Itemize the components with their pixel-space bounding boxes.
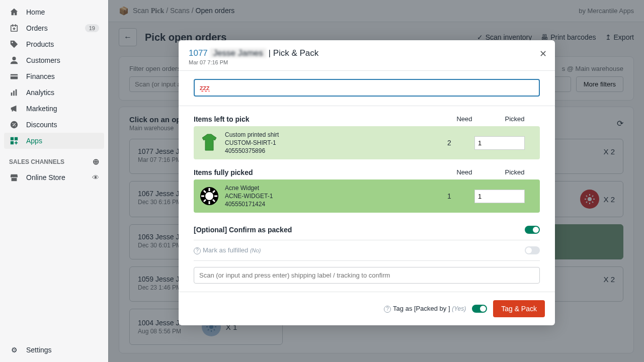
nav-marketing[interactable]: Marketing xyxy=(0,101,108,117)
svg-rect-12 xyxy=(15,137,18,140)
tag-toggle[interactable] xyxy=(472,305,487,313)
items-left-header: Items left to pick xyxy=(194,115,439,123)
nav-analytics[interactable]: Analytics xyxy=(0,84,108,101)
shirt-icon xyxy=(199,132,220,153)
sales-channels-header: SALES CHANNELS⊕ xyxy=(0,149,108,169)
customers-icon xyxy=(9,55,19,65)
svg-rect-4 xyxy=(11,75,18,76)
nav-discounts[interactable]: Discounts xyxy=(0,117,108,133)
finances-icon xyxy=(9,71,19,81)
orders-icon xyxy=(9,23,19,33)
svg-rect-6 xyxy=(13,90,15,96)
need-value: 1 xyxy=(424,192,474,200)
tracking-input[interactable] xyxy=(194,267,540,284)
confirm-toggle[interactable] xyxy=(525,226,540,234)
svg-rect-3 xyxy=(11,74,18,79)
need-col: Need xyxy=(439,115,490,123)
svg-rect-7 xyxy=(16,89,17,96)
svg-point-1 xyxy=(12,42,13,43)
picked-input[interactable] xyxy=(474,136,525,150)
items-full-header: Items fully picked xyxy=(194,168,439,176)
svg-point-2 xyxy=(12,57,16,60)
gear-icon: ⚙ xyxy=(9,345,19,355)
add-channel-icon[interactable]: ⊕ xyxy=(93,157,99,166)
confirm-label: [Optional] Confirm as packed xyxy=(194,226,525,234)
svg-point-10 xyxy=(15,125,16,126)
item-row: Acne Widget ACNE-WIDGET-1 405550171424 1 xyxy=(194,179,540,213)
svg-rect-5 xyxy=(11,93,13,96)
modal-title: 1077 Jesse James | Pick & Pack xyxy=(189,48,545,58)
nav-label: Analytics xyxy=(26,88,54,97)
nav-label: Marketing xyxy=(26,105,57,113)
picked-col: Picked xyxy=(490,115,540,123)
analytics-icon xyxy=(9,87,19,98)
store-icon xyxy=(9,172,19,183)
sidebar: Home Orders19 Products Customers Finance… xyxy=(0,0,108,362)
settings-label: Settings xyxy=(26,346,52,354)
svg-rect-13 xyxy=(11,141,14,144)
nav-customers[interactable]: Customers xyxy=(0,52,108,68)
nav-label: Discounts xyxy=(26,121,57,129)
channel-online-store[interactable]: Online Store👁 xyxy=(0,169,108,186)
svg-point-9 xyxy=(13,123,14,124)
tag-pack-button[interactable]: Tag & Pack xyxy=(493,300,545,317)
modal-date: Mar 07 7:16 PM xyxy=(189,59,545,65)
nav-apps[interactable]: Apps xyxy=(4,133,104,149)
nav-orders[interactable]: Orders19 xyxy=(0,20,108,36)
home-icon xyxy=(9,7,19,17)
nav-label: Customers xyxy=(26,56,60,64)
svg-point-17 xyxy=(205,192,213,200)
nav-settings[interactable]: ⚙Settings xyxy=(0,342,108,358)
need-value: 2 xyxy=(424,139,474,147)
help-icon[interactable]: ? xyxy=(194,247,201,254)
scan-input[interactable] xyxy=(194,79,540,97)
eye-icon[interactable]: 👁 xyxy=(92,173,99,182)
fulfilled-toggle[interactable] xyxy=(525,246,540,254)
products-icon xyxy=(9,39,19,49)
pick-pack-modal: 1077 Jesse James | Pick & Pack Mar 07 7:… xyxy=(179,40,555,325)
nav-finances[interactable]: Finances xyxy=(0,68,108,84)
orders-badge: 19 xyxy=(85,24,99,32)
fulfilled-label: Mark as fulfilled xyxy=(203,246,248,254)
apps-icon xyxy=(9,136,19,146)
nav-label: Products xyxy=(26,40,54,48)
picked-input[interactable] xyxy=(474,190,525,203)
nav-label: Apps xyxy=(26,137,42,145)
marketing-icon xyxy=(9,104,19,114)
nav-label: Orders xyxy=(26,24,48,32)
tag-text: ?Tag as [Packed by ] (Yes) xyxy=(384,305,466,313)
discounts-icon xyxy=(9,120,19,130)
channel-label: Online Store xyxy=(26,173,65,182)
nav-label: Home xyxy=(26,8,45,16)
close-icon[interactable]: ✕ xyxy=(539,48,547,59)
help-icon[interactable]: ? xyxy=(384,306,391,313)
nav-products[interactable]: Products xyxy=(0,36,108,52)
nav-label: Finances xyxy=(26,72,55,80)
nav-home[interactable]: Home xyxy=(0,4,108,20)
svg-rect-11 xyxy=(11,137,14,140)
item-row: Custom printed shirt CUSTOM-SHIRT-1 4055… xyxy=(194,126,540,159)
widget-icon xyxy=(199,186,220,207)
